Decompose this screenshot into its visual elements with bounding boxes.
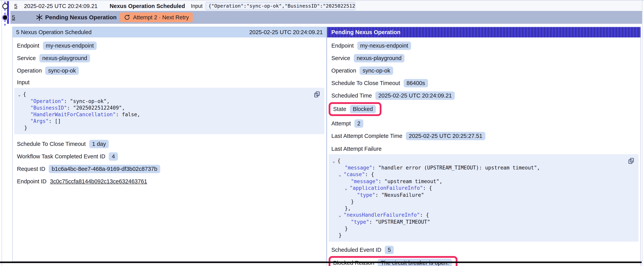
field-row: Workflow Task Completed Event ID 4 bbox=[17, 152, 326, 161]
json-key: "applicationFailureInfo" bbox=[350, 185, 423, 191]
event-timestamp: 2025-02-25 UTC 20:24:09.21 bbox=[24, 3, 98, 9]
json-value: : "UPSTREAM_TIMEOUT" bbox=[369, 219, 430, 225]
right-scrollbar-gutter[interactable] bbox=[642, 0, 642, 266]
json-toggle-caret-icon[interactable]: ⌄ bbox=[332, 158, 338, 164]
state-value-chip: Blocked bbox=[350, 105, 376, 113]
copy-icon[interactable] bbox=[314, 91, 320, 98]
json-value: : "NexusFailure" bbox=[375, 192, 424, 198]
input-label: Input bbox=[191, 3, 202, 9]
json-value: } bbox=[351, 199, 354, 205]
timeline-node-filled-icon[interactable] bbox=[3, 16, 7, 20]
json-key: "message" bbox=[345, 165, 372, 171]
json-key: "message" bbox=[351, 178, 378, 184]
field-label: Schedule To Close Timeout bbox=[17, 141, 86, 147]
pending-title: Pending Nexus Operation bbox=[45, 14, 117, 21]
retry-icon bbox=[124, 14, 130, 21]
json-line: "message": "handler error (UPSTREAM_TIME… bbox=[332, 164, 635, 171]
json-line: ⌄"cause": { bbox=[332, 171, 635, 178]
failure-section-label: Last Attempt Failure bbox=[331, 145, 640, 153]
json-value: : "20250225122409", bbox=[67, 105, 125, 111]
copy-icon[interactable] bbox=[628, 157, 635, 164]
field-value-chip: nexus-playground bbox=[39, 54, 90, 62]
event-detail-title: 5 Nexus Operation Scheduled bbox=[16, 29, 92, 36]
json-line: } bbox=[18, 124, 320, 131]
json-value: : { bbox=[420, 212, 429, 218]
field-row: Request ID b1c6a4bc-8ee7-468a-9169-df3b0… bbox=[17, 165, 326, 173]
bottom-divider bbox=[0, 261, 642, 263]
field-label: Endpoint bbox=[331, 43, 354, 49]
field-label: Scheduled Time bbox=[331, 92, 372, 99]
event-detail-header: 5 Nexus Operation Scheduled 2025-02-25 U… bbox=[13, 27, 326, 38]
json-value: { bbox=[23, 91, 26, 97]
json-line: }, bbox=[332, 205, 635, 212]
pending-id-link[interactable]: 5 bbox=[12, 14, 15, 21]
json-line: ⌄"applicationFailureInfo": { bbox=[332, 185, 635, 192]
json-value: } bbox=[345, 226, 348, 231]
field-label: Attempt bbox=[331, 120, 351, 127]
field-value-chip: sync-op-ok bbox=[360, 67, 393, 75]
json-line: "Operation": "sync-op-ok", bbox=[18, 98, 320, 105]
state-highlight-box: State Blocked bbox=[329, 102, 382, 116]
json-line: } bbox=[332, 225, 635, 232]
field-label: Operation bbox=[17, 68, 42, 74]
field-value-chip: my-nexus-endpoint bbox=[43, 42, 97, 50]
field-row: Service nexus-playground bbox=[17, 54, 326, 62]
field-value-chip: 5 bbox=[385, 246, 394, 254]
field-row: Last Attempt Complete Time 2025-02-25 UT… bbox=[331, 132, 640, 140]
input-preview-chip[interactable]: {"Operation":"sync-op-ok","BusinessID":"… bbox=[206, 2, 355, 10]
field-row: Attempt 2 bbox=[331, 119, 640, 128]
field-value-chip: sync-op-ok bbox=[45, 67, 79, 75]
field-row: Scheduled Event ID 5 bbox=[331, 245, 640, 254]
json-toggle-caret-icon[interactable]: ⌄ bbox=[338, 212, 344, 219]
left-border bbox=[2, 0, 2, 266]
failure-json-viewer: ⌄{ "message": "handler error (UPSTREAM_T… bbox=[329, 154, 638, 242]
field-value-chip: my-nexus-endpoint bbox=[357, 42, 411, 50]
timeline-node-open-icon[interactable] bbox=[2, 3, 8, 9]
json-value: : "handler error (UPSTREAM_TIMEOUT): ups… bbox=[372, 165, 540, 171]
event-title: Nexus Operation Scheduled bbox=[110, 3, 185, 9]
event-row-scheduled[interactable]: 5 2025-02-25 UTC 20:24:09.21 Nexus Opera… bbox=[10, 1, 642, 11]
pending-panel-title: Pending Nexus Operation bbox=[331, 29, 400, 36]
field-label: Endpoint ID bbox=[17, 178, 46, 185]
field-label: Request ID bbox=[17, 166, 45, 172]
json-line: ⌄{ bbox=[18, 91, 320, 98]
field-row: Operation sync-op-ok bbox=[331, 66, 640, 75]
field-row: Schedule To Close Timeout 1 day bbox=[17, 140, 326, 148]
json-key: "type" bbox=[351, 219, 369, 225]
retry-badge-label: Attempt 2 · Next Retry bbox=[133, 14, 189, 21]
field-label: Service bbox=[17, 55, 36, 61]
pending-operation-panel: Pending Nexus Operation Endpoint my-nexu… bbox=[327, 27, 641, 266]
json-line: } bbox=[332, 198, 635, 205]
field-label: Endpoint bbox=[17, 43, 39, 49]
json-value: }, bbox=[345, 205, 351, 211]
json-line: ⌄"nexusHandlerFailureInfo": { bbox=[332, 212, 635, 219]
json-value: : [] bbox=[49, 118, 61, 124]
json-toggle-caret-icon[interactable]: ⌄ bbox=[18, 91, 23, 98]
field-label: Service bbox=[331, 55, 350, 61]
json-line: "type": "UPSTREAM_TIMEOUT" bbox=[332, 219, 635, 225]
field-value-chip: 2025-02-25 UTC 20:24:09.21 bbox=[376, 92, 455, 100]
json-line: } bbox=[332, 232, 635, 238]
json-line: "Args": [] bbox=[18, 118, 320, 124]
json-value: : { bbox=[423, 185, 432, 191]
input-json-viewer: ⌄{ "Operation": "sync-op-ok", "BusinessI… bbox=[14, 88, 324, 134]
json-line: ⌄{ bbox=[332, 157, 635, 164]
json-toggle-caret-icon[interactable]: ⌄ bbox=[338, 171, 344, 178]
field-value-chip: 4 bbox=[109, 152, 118, 161]
field-value-chip: 1 day bbox=[89, 140, 109, 148]
field-value-chip: b1c6a4bc-8ee7-468a-9169-df3b02c8737b bbox=[49, 165, 160, 173]
event-detail-panel: 5 Nexus Operation Scheduled 2025-02-25 U… bbox=[12, 27, 327, 262]
field-label: Schedule To Close Timeout bbox=[331, 80, 400, 86]
event-id-link[interactable]: 5 bbox=[14, 3, 17, 9]
field-label: State bbox=[333, 106, 346, 112]
field-label: Operation bbox=[331, 68, 356, 74]
json-value: : "sync-op-ok", bbox=[64, 98, 110, 104]
pending-operation-row[interactable]: 5 Pending Nexus Operation Attempt 2 · Ne… bbox=[10, 11, 642, 24]
field-row: Operation sync-op-ok bbox=[17, 66, 326, 75]
field-label: Workflow Task Completed Event ID bbox=[17, 153, 105, 160]
retry-badge: Attempt 2 · Next Retry bbox=[120, 13, 193, 22]
endpoint-id-link[interactable]: 3c0c75ccfa8144b092c13ce632463761 bbox=[50, 178, 147, 185]
top-border bbox=[0, 1, 644, 1]
json-toggle-caret-icon[interactable]: ⌄ bbox=[345, 185, 350, 192]
field-label: Last Attempt Complete Time bbox=[331, 133, 402, 139]
